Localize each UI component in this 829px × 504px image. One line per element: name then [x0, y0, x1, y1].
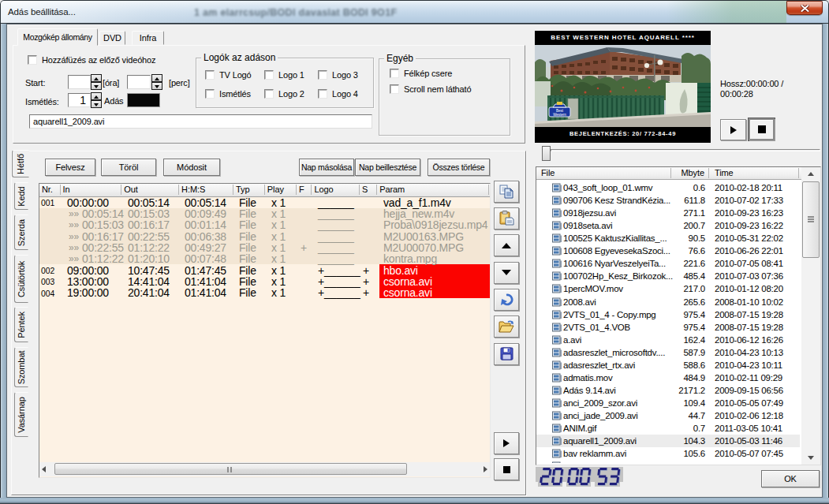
svg-text:Western: Western	[553, 113, 566, 117]
